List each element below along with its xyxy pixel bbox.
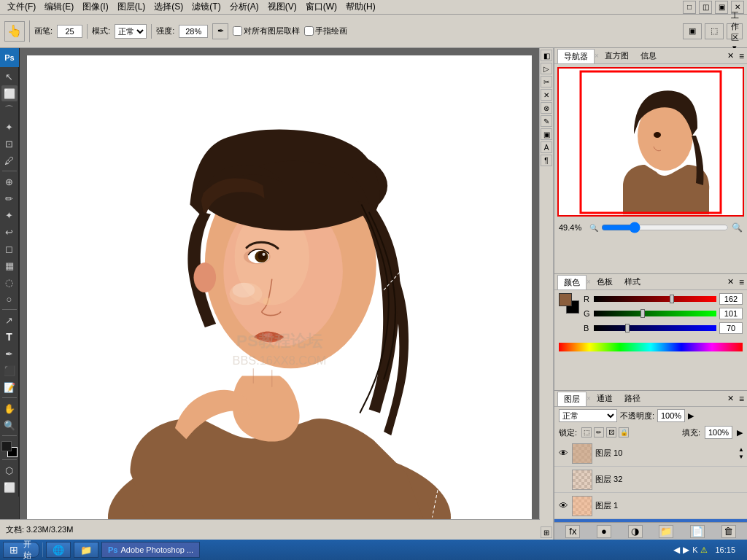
brush-tool[interactable]: ✏ — [1, 190, 18, 206]
new-layer-button[interactable]: 📄 — [690, 525, 705, 538]
navigator-panel-options[interactable]: ≡ — [739, 51, 744, 61]
right-strip-scroll-down[interactable]: ⊞ — [541, 526, 552, 538]
smudge-tool-btn[interactable]: 👆 — [4, 21, 25, 42]
navigator-panel-close[interactable]: ✕ — [727, 51, 734, 61]
fill-arrow[interactable]: ▶ — [737, 428, 743, 438]
color-swatches[interactable] — [1, 441, 18, 457]
tab-paths[interactable]: 路径 — [619, 392, 646, 405]
tab-info[interactable]: 信息 — [635, 49, 662, 63]
lock-all-icon[interactable]: 🔒 — [619, 427, 629, 438]
finger-paint-checkbox[interactable]: 手指绘画 — [304, 26, 347, 36]
right-strip-btn-6[interactable]: ✎ — [541, 115, 552, 127]
quick-mask-mode[interactable]: ⬡ — [1, 462, 18, 478]
right-strip-btn-5[interactable]: ⊗ — [541, 102, 552, 114]
screen-mode-button[interactable]: ⬚ — [705, 23, 724, 39]
right-strip-btn-4[interactable]: ✕ — [541, 89, 552, 101]
fg-color-swatch[interactable] — [559, 293, 572, 306]
opacity-input[interactable] — [657, 409, 685, 422]
menu-view[interactable]: 视图(V) — [263, 0, 301, 14]
dodge-tool[interactable]: ○ — [1, 291, 18, 307]
color-panel-options[interactable]: ≡ — [739, 277, 744, 287]
tray-k-icon[interactable]: K — [692, 545, 697, 554]
tab-styles[interactable]: 样式 — [619, 275, 646, 289]
tab-navigator[interactable]: 导航器 — [557, 49, 595, 63]
eraser-tool[interactable]: ◻ — [1, 241, 18, 257]
menu-file[interactable]: 文件(F) — [3, 0, 40, 14]
all-layers-checkbox[interactable]: 对所有图层取样 — [233, 26, 300, 36]
ps-taskbar-btn[interactable]: Ps Adobe Photoshop ... — [101, 542, 200, 558]
menu-help[interactable]: 帮助(H) — [341, 0, 380, 14]
pen-tool[interactable]: ✒ — [1, 346, 18, 362]
notes-tool[interactable]: 📝 — [1, 379, 18, 395]
workspace-button[interactable]: 工作区 ▾ — [727, 23, 743, 39]
right-strip-btn-8[interactable]: A — [541, 141, 552, 153]
layer-row[interactable]: 👁 图层 10 ▲ ▼ — [554, 440, 747, 467]
right-strip-btn-2[interactable]: ▷ — [541, 63, 552, 74]
quick-select-tool[interactable]: ✦ — [1, 119, 18, 135]
layers-panel-close[interactable]: ✕ — [727, 394, 734, 403]
menu-filter[interactable]: 滤镜(T) — [187, 0, 225, 14]
tab-channels[interactable]: 通道 — [591, 392, 619, 405]
move-tool[interactable]: ↖ — [1, 69, 18, 85]
lasso-tool[interactable]: ⌒ — [1, 102, 18, 118]
tray-arrow-left[interactable]: ◀ — [673, 545, 680, 555]
menu-select[interactable]: 选择(S) — [150, 0, 187, 14]
g-value-input[interactable]: 101 — [719, 308, 743, 319]
foreground-color[interactable] — [1, 441, 12, 451]
layer-row[interactable]: 👁 图层 1 — [554, 493, 747, 519]
layer-visibility-32[interactable] — [557, 474, 569, 486]
canvas-area[interactable]: PS教程论坛 BBS.16XX8.COM — [20, 48, 539, 540]
right-strip-btn-1[interactable]: ◧ — [541, 50, 552, 61]
new-group-button[interactable]: 📁 — [659, 525, 673, 538]
arrange-button[interactable]: ▣ — [683, 23, 702, 39]
right-strip-btn-9[interactable]: ¶ — [541, 155, 552, 166]
start-button[interactable]: ⊞ 开始 — [3, 542, 39, 558]
gradient-tool[interactable]: ▦ — [1, 257, 18, 273]
delete-layer-button[interactable]: 🗑 — [721, 525, 736, 538]
tab-histogram[interactable]: 直方图 — [599, 49, 635, 63]
layers-blend-mode-select[interactable]: 正常 — [559, 409, 617, 422]
nav-zoom-slider[interactable] — [601, 222, 729, 233]
blend-mode-select[interactable]: 正常 — [115, 24, 147, 39]
layer-row[interactable]: 图层 32 — [554, 467, 747, 493]
layer-styles-button[interactable]: fx — [565, 525, 580, 538]
menu-edit[interactable]: 编辑(E) — [40, 0, 78, 14]
tab-layers[interactable]: 图层 — [557, 392, 587, 406]
menu-image[interactable]: 图像(I) — [78, 0, 112, 14]
clone-stamp-tool[interactable]: ✦ — [1, 207, 18, 223]
layer-visibility-10[interactable]: 👁 — [557, 448, 569, 459]
restore-button[interactable]: ◫ — [699, 1, 712, 14]
maximize-button[interactable]: ▣ — [715, 1, 728, 14]
lock-image-icon[interactable]: ✏ — [594, 427, 604, 438]
menu-window[interactable]: 窗口(W) — [301, 0, 341, 14]
history-brush-tool[interactable]: ↩ — [1, 224, 18, 240]
layer-mask-button[interactable]: ● — [597, 525, 611, 538]
tray-arrow-right[interactable]: ▶ — [683, 545, 689, 555]
navigator-preview[interactable] — [557, 67, 744, 217]
lock-transparent-icon[interactable]: ⬚ — [581, 427, 592, 438]
menu-analyze[interactable]: 分析(A) — [225, 0, 263, 14]
brush-size-input[interactable] — [57, 25, 82, 38]
b-value-input[interactable]: 70 — [719, 322, 743, 334]
hand-tool[interactable]: ✋ — [1, 400, 18, 416]
zoom-tool[interactable]: 🔍 — [1, 417, 18, 433]
fill-input[interactable] — [705, 426, 732, 439]
lock-position-icon[interactable]: ⛝ — [606, 427, 616, 438]
color-panel-close[interactable]: ✕ — [727, 277, 734, 287]
minimize-button[interactable]: □ — [683, 1, 696, 14]
tray-warning-icon[interactable]: ⚠ — [700, 545, 708, 555]
tab-swatches[interactable]: 色板 — [591, 275, 619, 289]
right-strip-btn-7[interactable]: ▣ — [541, 128, 552, 140]
color-spectrum-bar[interactable] — [559, 343, 743, 351]
tab-color[interactable]: 颜色 — [557, 275, 587, 289]
shape-tool[interactable]: ⬛ — [1, 362, 18, 378]
right-strip-btn-3[interactable]: ✂ — [541, 76, 552, 88]
folder-taskbar-btn[interactable]: 📁 — [74, 542, 98, 558]
nav-zoom-in-icon[interactable]: 🔍 — [732, 222, 743, 233]
document-canvas[interactable]: PS教程论坛 BBS.16XX8.COM — [27, 55, 532, 532]
nav-zoom-out-icon[interactable]: 🔍 — [589, 224, 598, 232]
blur-tool[interactable]: ◌ — [1, 274, 18, 290]
ie-taskbar-btn[interactable]: 🌐 — [46, 542, 71, 558]
healing-brush-tool[interactable]: ⊕ — [1, 174, 18, 190]
strength-input[interactable] — [179, 25, 208, 38]
